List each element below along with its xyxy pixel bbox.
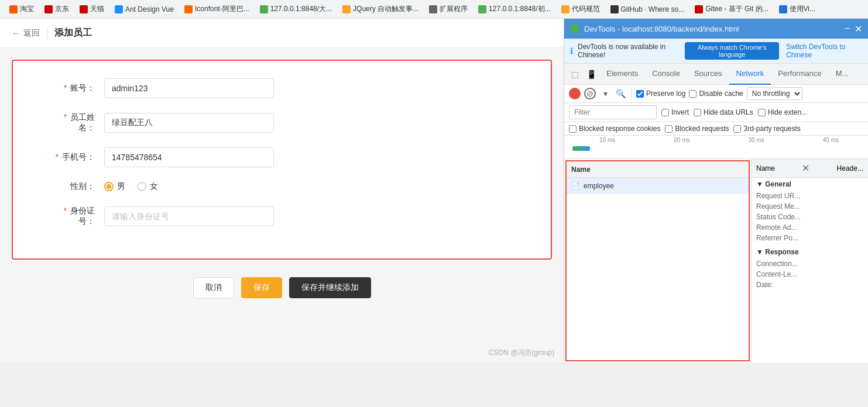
save-button[interactable]: 保存 xyxy=(241,277,282,298)
network-list-area: Name 📄 employee xyxy=(564,159,751,363)
tab-console[interactable]: Console xyxy=(645,64,687,85)
headers-panel-header: Name ✕ Heade... xyxy=(752,159,868,178)
devtools-title: DevTools - localhost:8080/backend/index.… xyxy=(584,25,840,33)
devtools-minimize-btn[interactable]: − xyxy=(845,23,850,34)
always-match-lang-button[interactable]: Always match Chrome's language xyxy=(685,42,779,60)
search-icon[interactable]: 🔍 xyxy=(615,88,626,99)
general-section: ▼ General Request UR... Request Me... St… xyxy=(752,178,868,246)
tab-more[interactable]: M... xyxy=(829,64,856,85)
bookmark-favicon xyxy=(44,5,53,13)
bookmark-iconfont[interactable]: Iconfont-阿里巴... xyxy=(180,2,254,16)
headers-request-method: Request Me... xyxy=(756,201,863,212)
blocked-cookies-checkbox[interactable]: Blocked response cookies xyxy=(569,125,660,133)
button-area: 取消 保存 保存并继续添加 xyxy=(0,271,564,310)
bookmark-jd[interactable]: 京东 xyxy=(40,2,74,16)
bookmark-taobao[interactable]: 淘宝 xyxy=(5,2,39,16)
filter-input[interactable] xyxy=(569,105,657,119)
headers-col-header: Heade... xyxy=(837,164,863,173)
bookmark-extensions[interactable]: 扩展程序 xyxy=(424,2,472,16)
close-headers-panel-button[interactable]: ✕ xyxy=(802,163,809,174)
radio-female[interactable]: 女 xyxy=(137,181,158,192)
timeline-label-30ms: 30 ms xyxy=(719,137,794,143)
form-row-name: * 员工姓名： xyxy=(13,112,551,133)
bookmark-tianmao[interactable]: 天猫 xyxy=(75,2,109,16)
network-list-outline: Name 📄 employee xyxy=(565,160,750,361)
bookmark-favicon xyxy=(561,5,569,13)
tab-sources[interactable]: Sources xyxy=(687,64,729,85)
back-arrow-icon: ← xyxy=(12,28,21,39)
clear-button[interactable]: ⊘ xyxy=(584,88,596,99)
back-button[interactable]: ← 返回 xyxy=(12,28,40,39)
bookmark-favicon xyxy=(260,5,268,13)
devtools-inspect-icon[interactable]: ⬚ xyxy=(567,66,583,82)
network-table-header: Name xyxy=(567,161,749,178)
bookmark-favicon xyxy=(80,5,88,13)
radio-male[interactable]: 男 xyxy=(104,181,125,192)
tab-performance[interactable]: Performance xyxy=(771,64,828,85)
lang-notice-text: DevTools is now available in Chinese! xyxy=(578,43,680,59)
switch-lang-button[interactable]: Switch DevTools to Chinese xyxy=(786,43,862,59)
headers-content-length: Content-Le... xyxy=(756,269,863,280)
hide-extensions-checkbox[interactable]: Hide exten... xyxy=(758,108,807,116)
tab-elements[interactable]: Elements xyxy=(599,64,645,85)
timeline-label-40ms: 40 ms xyxy=(794,137,868,143)
filter-icon[interactable]: ▾ xyxy=(599,88,611,99)
bookmark-code-standard[interactable]: 代码规范 xyxy=(557,2,605,16)
save-continue-button[interactable]: 保存并继续添加 xyxy=(289,277,371,298)
headers-connection: Connection... xyxy=(756,258,863,269)
toolbar-divider xyxy=(631,88,632,99)
general-section-title: ▼ General xyxy=(756,180,863,188)
radio-male-label: 男 xyxy=(117,181,125,192)
cancel-button[interactable]: 取消 xyxy=(193,277,234,298)
bookmark-favicon xyxy=(429,5,437,13)
bookmark-vi[interactable]: 使用Vi... xyxy=(774,2,820,16)
tab-network[interactable]: Network xyxy=(729,64,771,85)
devtools-device-icon[interactable]: 📱 xyxy=(583,66,599,82)
id-input[interactable] xyxy=(104,206,274,226)
filter-row-2: Blocked response cookies Blocked request… xyxy=(564,122,868,136)
gender-radio-group: 男 女 xyxy=(104,181,158,192)
network-cell-name: 📄 employee xyxy=(571,182,744,190)
bookmark-favicon xyxy=(115,5,123,13)
timeline-container: 10 ms 20 ms 30 ms 40 ms xyxy=(564,136,868,159)
devtools-header: DevTools - localhost:8080/backend/index.… xyxy=(564,19,868,39)
phone-input[interactable] xyxy=(104,147,274,167)
throttle-select[interactable]: No throttling xyxy=(747,87,802,100)
bookmark-antdesign[interactable]: Ant Design Vue xyxy=(110,2,179,16)
headers-panel: Name ✕ Heade... ▼ General Request UR... … xyxy=(751,159,868,363)
bookmark-gitee[interactable]: Gitee - 基于 Git 的... xyxy=(690,2,773,16)
devtools-favicon xyxy=(570,24,579,33)
timeline-labels: 10 ms 20 ms 30 ms 40 ms xyxy=(564,137,868,143)
required-star: * xyxy=(64,83,67,92)
id-label: * 身份证号： xyxy=(48,206,95,227)
record-button[interactable] xyxy=(569,88,581,99)
name-label: * 员工姓名： xyxy=(48,112,95,133)
bookmark-bar: 淘宝 京东 天猫 Ant Design Vue Iconfont-阿里巴... … xyxy=(0,0,868,19)
bookmark-favicon xyxy=(184,5,193,13)
bookmark-favicon xyxy=(695,5,703,13)
hide-data-urls-checkbox[interactable]: Hide data URLs xyxy=(694,108,753,116)
headers-date: Date: xyxy=(756,280,863,290)
page-content: ← 返回 添加员工 * 账号： * 员工姓名： xyxy=(0,19,564,363)
account-label: * 账号： xyxy=(48,83,95,94)
network-row-employee[interactable]: 📄 employee xyxy=(567,178,749,194)
headers-col-name: Name xyxy=(756,164,775,173)
timeline-label-10ms: 10 ms xyxy=(570,137,644,143)
name-input[interactable] xyxy=(104,113,274,133)
bookmark-local1[interactable]: 127.0.0.1:8848/大... xyxy=(255,2,337,16)
disable-cache-checkbox[interactable]: Disable cache xyxy=(689,89,743,98)
devtools-network-toolbar: ⊘ ▾ 🔍 Preserve log Disable cache No thro… xyxy=(564,85,868,103)
invert-checkbox[interactable]: Invert xyxy=(661,108,689,116)
bookmark-local2[interactable]: 127.0.0.1:8848/初... xyxy=(474,2,555,16)
blocked-requests-checkbox[interactable]: Blocked requests xyxy=(665,125,729,133)
account-input[interactable] xyxy=(104,78,274,98)
headers-status-code: Status Code... xyxy=(756,212,863,222)
bookmark-github[interactable]: GitHub · Where so... xyxy=(606,2,689,16)
bookmark-favicon xyxy=(610,5,619,13)
devtools-close-btn[interactable]: ✕ xyxy=(855,23,862,35)
headers-request-url: Request UR... xyxy=(756,191,863,201)
third-party-checkbox[interactable]: 3rd-party requests xyxy=(733,125,800,133)
required-star: * xyxy=(64,112,67,122)
preserve-log-checkbox[interactable]: Preserve log xyxy=(636,89,685,98)
bookmark-jquery[interactable]: JQuery 自动触发事... xyxy=(338,2,423,16)
